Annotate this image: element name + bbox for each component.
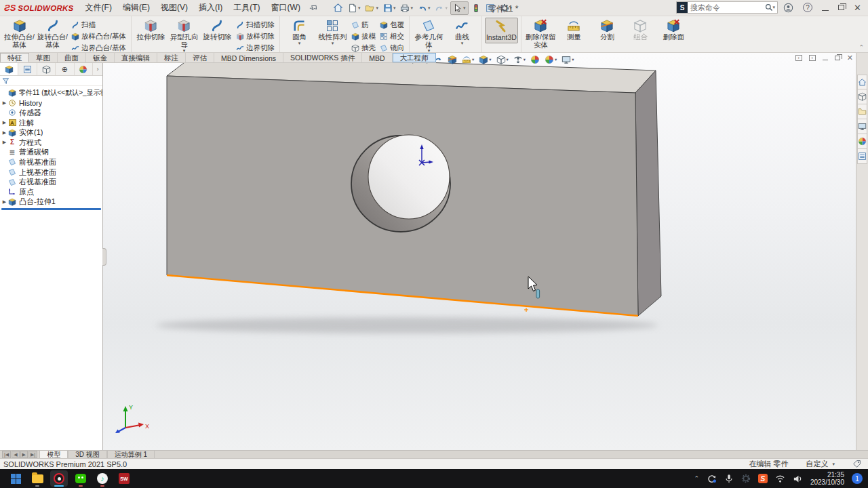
new-document-button[interactable]: ▾ bbox=[346, 2, 363, 14]
first-study-icon[interactable]: |◀ bbox=[2, 451, 11, 458]
3d-views-tab[interactable]: 3D 视图 bbox=[68, 451, 107, 458]
draft-button[interactable]: 拔模 bbox=[349, 31, 378, 42]
section-view-icon[interactable] bbox=[447, 54, 458, 65]
tree-item-history[interactable]: ▶ History bbox=[0, 98, 102, 108]
save-button[interactable]: ▾ bbox=[381, 2, 398, 14]
split-button[interactable]: 分割 bbox=[591, 18, 624, 42]
reference-geometry-button[interactable]: 参考几何体 ▾ bbox=[412, 18, 446, 54]
tab-da-gong-cheng-shi[interactable]: 大工程师 bbox=[393, 53, 436, 62]
help-icon[interactable]: ? bbox=[803, 3, 812, 12]
tab-sheet-metal[interactable]: 钣金 bbox=[86, 53, 115, 62]
recorder-app-button[interactable] bbox=[50, 470, 68, 487]
tab-sketch[interactable]: 草图 bbox=[29, 53, 58, 62]
revolved-boss-button[interactable]: 旋转凸台/基体 bbox=[36, 18, 69, 49]
featuremanager-tab[interactable] bbox=[0, 63, 18, 75]
close-button[interactable]: ✕ bbox=[854, 3, 861, 13]
tab-surfaces[interactable]: 曲面 bbox=[58, 53, 86, 62]
maximize-button[interactable] bbox=[838, 5, 844, 10]
tab-mbd[interactable]: MBD bbox=[362, 53, 392, 62]
redo-button[interactable]: ▾ bbox=[433, 2, 450, 14]
search-input[interactable] bbox=[688, 3, 764, 12]
sync-tray-icon[interactable] bbox=[707, 474, 717, 484]
rib-button[interactable]: 筋 bbox=[349, 20, 378, 30]
doc-minimize-icon[interactable] bbox=[823, 60, 828, 60]
tree-filter-row[interactable] bbox=[0, 76, 102, 86]
minimize-button[interactable] bbox=[822, 10, 829, 11]
last-study-icon[interactable]: ▶| bbox=[28, 451, 37, 458]
lofted-cut-button[interactable]: 放样切除 bbox=[234, 31, 277, 42]
graphics-viewport[interactable]: Y X ▾ ▾ bbox=[103, 53, 856, 450]
next-study-icon[interactable]: ▶ bbox=[20, 451, 28, 458]
hide-show-items-icon[interactable]: ▾ bbox=[513, 54, 526, 65]
view-settings-icon[interactable]: ▾ bbox=[561, 54, 574, 65]
tree-item-boss-extrude1[interactable]: ▶ 凸台-拉伸1 bbox=[0, 197, 102, 207]
menu-window[interactable]: 窗口(W) bbox=[267, 0, 305, 16]
part-hole[interactable] bbox=[351, 135, 450, 232]
doc-restore-icon[interactable] bbox=[835, 56, 840, 60]
select-tool-button[interactable]: ▾ bbox=[450, 1, 469, 15]
file-explorer-button[interactable] bbox=[28, 470, 46, 487]
curves-button[interactable]: 曲线 ▾ bbox=[446, 18, 479, 46]
next-document-icon[interactable]: › bbox=[809, 55, 816, 61]
undo-button[interactable]: ▾ bbox=[416, 2, 433, 14]
tab-mbd-dimensions[interactable]: MBD Dimensions bbox=[214, 53, 283, 62]
panel-splitter-handle[interactable] bbox=[102, 248, 106, 266]
ribbon-collapse-icon[interactable]: ⌃ bbox=[859, 44, 864, 51]
tab-markup[interactable]: 标注 bbox=[157, 53, 186, 62]
taskbar-clock[interactable]: 21:35 2023/10/30 bbox=[810, 471, 844, 486]
tree-item-right-plane[interactable]: 右视基准面 bbox=[0, 177, 102, 187]
rollback-bar[interactable] bbox=[1, 208, 101, 210]
tree-item-material[interactable]: ≣ 普通碳钢 bbox=[0, 148, 102, 158]
hole-wizard-button[interactable]: 异型孔向导 ▾ bbox=[167, 18, 201, 54]
tray-overflow-icon[interactable]: ⌃ bbox=[694, 475, 699, 482]
motion-study-tab[interactable]: 运动算例 1 bbox=[107, 451, 155, 458]
apply-scene-icon[interactable]: ▾ bbox=[544, 54, 557, 65]
sogou-input-icon[interactable]: S bbox=[758, 474, 768, 483]
lofted-boss-button[interactable]: 放样凸台/基体 bbox=[69, 31, 128, 42]
appearances-tab-icon[interactable] bbox=[857, 134, 867, 149]
tree-item-top-plane[interactable]: 上视基准面 bbox=[0, 167, 102, 178]
instant3d-button[interactable]: Instant3D bbox=[485, 18, 518, 43]
home-button[interactable] bbox=[331, 1, 345, 14]
tree-item-front-plane[interactable]: 前视基准面 bbox=[0, 157, 102, 167]
dynamic-annotation-icon[interactable]: ▾ bbox=[461, 54, 475, 65]
intersect-button[interactable]: 相交 bbox=[378, 31, 406, 42]
solidworks-taskbar-button[interactable]: SW bbox=[115, 470, 133, 487]
rebuild-button[interactable] bbox=[469, 2, 483, 14]
combine-button[interactable]: 组合 bbox=[624, 18, 657, 42]
view-orientation-icon[interactable]: ▾ bbox=[478, 54, 492, 65]
display-style-icon[interactable]: ▾ bbox=[496, 54, 509, 65]
menu-file[interactable]: 文件(F) bbox=[81, 0, 117, 16]
shell-button[interactable]: 抽壳 bbox=[349, 43, 378, 54]
settings-tray-icon[interactable] bbox=[741, 474, 751, 483]
doc-close-icon[interactable]: ✕ bbox=[847, 54, 853, 61]
view-palette-tab-icon[interactable] bbox=[857, 119, 867, 134]
boundary-cut-button[interactable]: 边界切除 bbox=[234, 43, 277, 54]
custom-properties-tab-icon[interactable] bbox=[857, 149, 867, 164]
resources-tab-icon[interactable] bbox=[857, 75, 867, 89]
extruded-cut-button[interactable]: 拉伸切除 bbox=[134, 18, 167, 42]
propertymanager-tab[interactable] bbox=[18, 63, 37, 75]
tab-features[interactable]: 特征 bbox=[0, 53, 29, 62]
linear-pattern-button[interactable]: 线性阵列 ▾ bbox=[316, 18, 349, 46]
open-button[interactable]: ▾ bbox=[363, 1, 380, 14]
tree-item-solid-bodies[interactable]: ▶ 实体(1) bbox=[0, 127, 102, 138]
boundary-boss-button[interactable]: 边界凸台/基体 bbox=[69, 43, 128, 54]
displaymanager-tab[interactable] bbox=[75, 63, 93, 75]
tree-root[interactable]: 零件11 (默认<<默认>_显示状态 1>) bbox=[0, 88, 102, 98]
notification-badge[interactable]: 1 bbox=[852, 473, 863, 484]
fillet-button[interactable]: 圆角 ▾ bbox=[283, 18, 316, 46]
delete-face-button[interactable]: 删除面 bbox=[657, 18, 690, 42]
microphone-tray-icon[interactable] bbox=[724, 474, 734, 483]
tag-icon[interactable] bbox=[852, 460, 861, 468]
tree-item-origin[interactable]: 原点 bbox=[0, 187, 102, 197]
prev-study-icon[interactable]: ◀ bbox=[12, 451, 19, 458]
tree-item-sensors[interactable]: 传感器 bbox=[0, 108, 102, 118]
panel-tabs-overflow-icon[interactable]: › bbox=[93, 63, 102, 75]
wifi-icon[interactable] bbox=[775, 474, 785, 484]
menu-tools[interactable]: 工具(T) bbox=[229, 0, 264, 16]
status-customize[interactable]: 自定义▾ bbox=[806, 459, 835, 469]
tree-item-equations[interactable]: ▶ Σ 方程式 bbox=[0, 138, 102, 148]
tab-direct-editing[interactable]: 直接编辑 bbox=[115, 53, 157, 62]
design-library-tab-icon[interactable] bbox=[857, 89, 867, 104]
